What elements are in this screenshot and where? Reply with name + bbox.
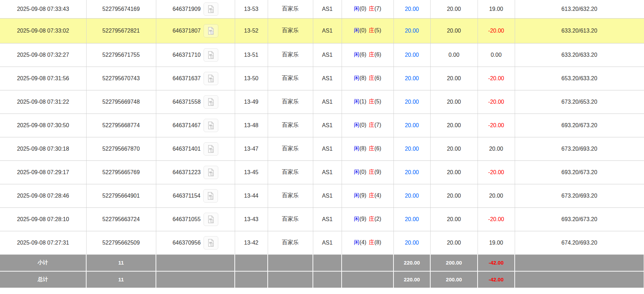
cell-bet-id: 522795664901	[86, 184, 156, 207]
cell-valid-amount: 20.00	[430, 207, 478, 231]
video-file-icon	[206, 74, 215, 83]
cell-table-name: AS1	[313, 114, 342, 137]
cell-valid-amount: 20.00	[430, 0, 478, 18]
cell-bet-amount-link[interactable]: 20.00	[393, 114, 430, 137]
table-row: 2025-09-08 07:33:02 522795672821 6463718…	[0, 18, 644, 43]
cell-win-loss: -20.00	[478, 160, 515, 184]
round-id-text: 646371710	[172, 52, 200, 58]
cell-round-id: 646371637	[156, 67, 235, 90]
summary-valid-amount: 200.00	[430, 254, 478, 271]
video-file-icon	[206, 26, 215, 35]
player-result-label: 闲	[354, 239, 359, 245]
player-result-score: (9)	[359, 192, 366, 198]
video-replay-button[interactable]	[204, 48, 218, 62]
banker-result-score: (6)	[375, 145, 382, 151]
cell-table-name: AS1	[313, 137, 342, 160]
cell-valid-amount: 20.00	[430, 114, 478, 137]
cell-bet-time: 2025-09-08 07:31:56	[0, 67, 86, 90]
summary-bet-amount: 220.00	[393, 254, 430, 271]
cell-bet-time: 2025-09-08 07:29:17	[0, 160, 86, 184]
cell-bet-amount-link[interactable]: 20.00	[393, 207, 430, 231]
video-replay-button[interactable]	[204, 119, 218, 132]
cell-bet-id: 522795672821	[86, 18, 156, 43]
player-result-score: (0)	[359, 169, 366, 175]
cell-bet-amount-link[interactable]: 20.00	[393, 0, 430, 18]
cell-bet-id: 522795668774	[86, 114, 156, 137]
cell-valid-amount: 20.00	[430, 160, 478, 184]
round-id-text: 646371909	[172, 6, 200, 12]
summary-empty-cell	[342, 254, 393, 271]
cell-bet-amount-link[interactable]: 20.00	[393, 18, 430, 43]
video-replay-button[interactable]	[204, 142, 218, 156]
cell-table-round: 13-48	[235, 114, 268, 137]
cell-bet-amount-link[interactable]: 20.00	[393, 160, 430, 184]
cell-valid-amount: 0.00	[430, 43, 478, 67]
player-result-score: (6)	[359, 52, 366, 57]
cell-bet-amount-link[interactable]: 20.00	[393, 43, 430, 67]
video-file-icon	[206, 121, 215, 130]
cell-bet-amount-link[interactable]: 20.00	[393, 184, 430, 207]
round-id-text: 646371055	[172, 216, 200, 223]
video-replay-button[interactable]	[204, 95, 218, 109]
video-replay-button[interactable]	[204, 166, 218, 179]
round-id-group: 646371467	[156, 119, 235, 132]
cell-round-id: 646371467	[156, 114, 235, 137]
summary-bet-amount: 220.00	[393, 271, 430, 288]
summary-empty-cell	[268, 271, 313, 288]
cell-table-name: AS1	[313, 207, 342, 231]
cell-valid-amount: 20.00	[430, 18, 478, 43]
player-result-label: 闲	[354, 52, 359, 57]
cell-balance: 673.20/693.20	[515, 137, 644, 160]
cell-round-id: 646371909	[156, 0, 235, 18]
player-result-label: 闲	[354, 6, 359, 12]
video-replay-button[interactable]	[203, 189, 218, 203]
cell-bet-time: 2025-09-08 07:28:46	[0, 184, 86, 207]
player-result-label: 闲	[354, 122, 359, 128]
cell-result: 闲(9)庄(2)	[342, 207, 393, 231]
video-replay-button[interactable]	[204, 236, 218, 249]
cell-game-type: 百家乐	[268, 0, 313, 18]
cell-valid-amount: 20.00	[430, 231, 478, 254]
cell-table-round: 13-45	[235, 160, 268, 184]
cell-table-name: AS1	[313, 18, 342, 43]
player-result-label: 闲	[354, 98, 359, 104]
cell-bet-amount-link[interactable]: 20.00	[393, 231, 430, 254]
banker-result-label: 庄	[369, 122, 375, 128]
cell-win-loss: -20.00	[478, 207, 515, 231]
video-file-icon	[206, 238, 215, 247]
table-row: 2025-09-08 07:31:56 522795670743 6463716…	[0, 67, 644, 90]
summary-valid-amount: 200.00	[430, 271, 478, 288]
player-result-label: 闲	[354, 169, 359, 175]
banker-result-score: (4)	[375, 192, 382, 198]
round-id-group: 646371055	[156, 213, 235, 226]
cell-bet-amount-link[interactable]: 20.00	[393, 90, 430, 114]
player-result-label: 闲	[354, 75, 359, 81]
summary-empty-cell	[235, 271, 268, 288]
banker-result-label: 庄	[369, 145, 375, 151]
cell-bet-amount-link[interactable]: 20.00	[393, 67, 430, 90]
cell-game-type: 百家乐	[268, 160, 313, 184]
cell-round-id: 646371807	[156, 18, 235, 43]
cell-result: 闲(8)庄(6)	[342, 67, 393, 90]
cell-table-name: AS1	[313, 160, 342, 184]
banker-result-label: 庄	[369, 216, 375, 222]
table-row: 2025-09-08 07:29:17 522795665769 6463712…	[0, 160, 644, 184]
player-result-label: 闲	[354, 145, 359, 151]
video-replay-button[interactable]	[204, 213, 218, 226]
table-row: 2025-09-08 07:32:27 522795671755 6463717…	[0, 43, 644, 67]
summary-empty-cell	[235, 254, 268, 271]
video-replay-button[interactable]	[204, 72, 218, 85]
cell-round-id: 646371710	[156, 43, 235, 67]
cell-bet-id: 522795670743	[86, 67, 156, 90]
cell-bet-amount-link[interactable]: 20.00	[393, 137, 430, 160]
cell-table-name: AS1	[313, 0, 342, 18]
summary-empty-cell	[156, 254, 235, 271]
bet-table-body: 2025-09-08 07:33:43 522795674169 6463719…	[0, 0, 644, 288]
player-result-label: 闲	[354, 192, 359, 198]
table-row: 2025-09-08 07:31:22 522795669748 6463715…	[0, 90, 644, 114]
cell-table-name: AS1	[313, 90, 342, 114]
video-replay-button[interactable]	[204, 2, 218, 16]
cell-game-type: 百家乐	[268, 137, 313, 160]
video-replay-button[interactable]	[204, 24, 218, 37]
cell-table-round: 13-47	[235, 137, 268, 160]
